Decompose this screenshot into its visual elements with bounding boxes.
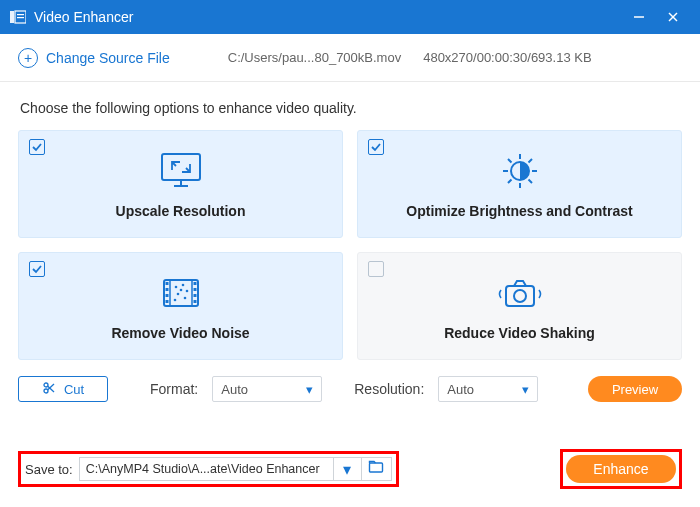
enhance-button[interactable]: Enhance: [566, 455, 676, 483]
checkbox[interactable]: [368, 261, 384, 277]
tile-reduce-shaking[interactable]: Reduce Video Shaking: [357, 252, 682, 360]
enhance-highlight: Enhance: [560, 449, 682, 489]
caret-down-icon: ▾: [306, 382, 313, 397]
svg-point-34: [183, 297, 186, 300]
svg-rect-23: [165, 288, 168, 291]
change-source-button[interactable]: + Change Source File: [18, 48, 170, 68]
scissors-icon: [42, 381, 56, 398]
svg-rect-22: [165, 282, 168, 285]
minimize-button[interactable]: [622, 0, 656, 34]
svg-point-35: [173, 299, 176, 302]
svg-point-33: [176, 293, 179, 296]
format-value: Auto: [221, 382, 248, 397]
svg-point-31: [181, 284, 184, 287]
svg-point-36: [179, 289, 182, 292]
tile-optimize-brightness[interactable]: Optimize Brightness and Contrast: [357, 130, 682, 238]
monitor-upscale-icon: [156, 149, 206, 193]
svg-rect-2: [17, 14, 24, 15]
titlebar: Video Enhancer: [0, 0, 700, 34]
svg-point-30: [174, 286, 177, 289]
change-source-label: Change Source File: [46, 50, 170, 66]
brightness-icon: [497, 149, 543, 193]
resolution-label: Resolution:: [354, 381, 424, 397]
svg-point-32: [185, 290, 188, 293]
save-to-label: Save to:: [25, 462, 73, 477]
prompt-text: Choose the following options to enhance …: [0, 82, 700, 130]
tile-remove-noise[interactable]: Remove Video Noise: [18, 252, 343, 360]
svg-rect-25: [165, 300, 168, 303]
svg-rect-26: [193, 282, 196, 285]
svg-line-17: [528, 159, 532, 163]
format-dropdown[interactable]: Auto ▾: [212, 376, 322, 402]
file-header: + Change Source File C:/Users/pau...80_7…: [0, 34, 700, 82]
svg-rect-24: [165, 294, 168, 297]
bottom-bar: Save to: C:\AnyMP4 Studio\A...ate\Video …: [0, 439, 700, 499]
svg-point-38: [514, 290, 526, 302]
svg-line-16: [528, 180, 532, 184]
options-grid: Upscale Resolution Optimize Brightness a…: [0, 130, 700, 360]
svg-line-15: [508, 159, 512, 163]
source-file-path: C:/Users/pau...80_700kB.mov: [228, 50, 401, 65]
svg-rect-27: [193, 288, 196, 291]
folder-icon: [368, 460, 384, 478]
caret-down-icon: ▾: [522, 382, 529, 397]
plus-circle-icon: +: [18, 48, 38, 68]
svg-rect-43: [370, 463, 383, 472]
cut-label: Cut: [64, 382, 84, 397]
tile-upscale-resolution[interactable]: Upscale Resolution: [18, 130, 343, 238]
resolution-value: Auto: [447, 382, 474, 397]
checkbox[interactable]: [29, 261, 45, 277]
svg-line-18: [508, 180, 512, 184]
controls-row: Cut Format: Auto ▾ Resolution: Auto ▾ Pr…: [0, 360, 700, 402]
film-noise-icon: [156, 271, 206, 315]
format-label: Format:: [150, 381, 198, 397]
save-path-field[interactable]: C:\AnyMP4 Studio\A...ate\Video Enhancer: [79, 457, 334, 481]
resolution-dropdown[interactable]: Auto ▾: [438, 376, 538, 402]
open-folder-button[interactable]: [362, 457, 392, 481]
svg-rect-28: [193, 294, 196, 297]
tile-label: Remove Video Noise: [111, 325, 249, 341]
caret-down-icon: ▾: [343, 460, 351, 479]
source-file-meta: 480x270/00:00:30/693.13 KB: [423, 50, 591, 65]
tile-label: Reduce Video Shaking: [444, 325, 595, 341]
svg-rect-0: [10, 11, 14, 23]
app-logo-icon: [10, 9, 26, 25]
preview-label: Preview: [612, 382, 658, 397]
checkbox[interactable]: [29, 139, 45, 155]
checkbox[interactable]: [368, 139, 384, 155]
svg-rect-29: [193, 300, 196, 303]
save-to-group: Save to: C:\AnyMP4 Studio\A...ate\Video …: [18, 451, 399, 487]
enhance-label: Enhance: [593, 461, 648, 477]
svg-rect-19: [164, 280, 198, 306]
cut-button[interactable]: Cut: [18, 376, 108, 402]
svg-rect-7: [162, 154, 200, 180]
window-title: Video Enhancer: [34, 9, 622, 25]
tile-label: Upscale Resolution: [116, 203, 246, 219]
camera-shake-icon: [495, 271, 545, 315]
save-path-dropdown[interactable]: ▾: [334, 457, 362, 481]
tile-label: Optimize Brightness and Contrast: [406, 203, 632, 219]
svg-rect-3: [17, 17, 24, 18]
preview-button[interactable]: Preview: [588, 376, 682, 402]
close-button[interactable]: [656, 0, 690, 34]
